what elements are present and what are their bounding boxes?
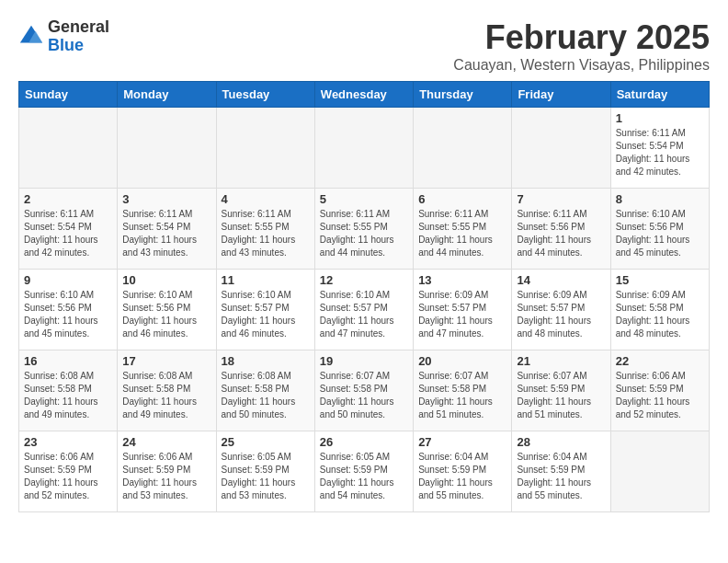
calendar-week-3: 9Sunrise: 6:10 AM Sunset: 5:56 PM Daylig… — [19, 270, 710, 350]
day-number: 10 — [122, 273, 210, 287]
calendar-body: 1Sunrise: 6:11 AM Sunset: 5:54 PM Daylig… — [19, 108, 710, 512]
calendar-cell — [414, 108, 512, 189]
month-year-title: February 2025 — [453, 18, 710, 57]
weekday-header-tuesday: Tuesday — [216, 82, 314, 108]
day-number: 23 — [24, 435, 112, 449]
calendar-cell: 7Sunrise: 6:11 AM Sunset: 5:56 PM Daylig… — [512, 189, 610, 270]
day-info: Sunrise: 6:05 AM Sunset: 5:59 PM Dayligh… — [320, 451, 408, 502]
logo-blue: Blue — [48, 37, 109, 55]
day-info: Sunrise: 6:06 AM Sunset: 5:59 PM Dayligh… — [122, 451, 210, 502]
day-number: 21 — [517, 354, 605, 368]
calendar-cell: 5Sunrise: 6:11 AM Sunset: 5:55 PM Daylig… — [314, 189, 413, 270]
day-info: Sunrise: 6:10 AM Sunset: 5:57 PM Dayligh… — [222, 289, 310, 340]
location-subtitle: Cauayan, Western Visayas, Philippines — [453, 57, 710, 74]
day-info: Sunrise: 6:11 AM Sunset: 5:54 PM Dayligh… — [616, 127, 704, 178]
weekday-header-thursday: Thursday — [414, 82, 512, 108]
calendar-cell — [19, 108, 118, 189]
day-info: Sunrise: 6:04 AM Sunset: 5:59 PM Dayligh… — [517, 451, 605, 502]
calendar-cell: 27Sunrise: 6:04 AM Sunset: 5:59 PM Dayli… — [414, 431, 512, 512]
day-info: Sunrise: 6:10 AM Sunset: 5:56 PM Dayligh… — [616, 208, 704, 259]
calendar-cell: 24Sunrise: 6:06 AM Sunset: 5:59 PM Dayli… — [118, 431, 216, 512]
day-info: Sunrise: 6:06 AM Sunset: 5:59 PM Dayligh… — [616, 370, 704, 421]
page-header: General Blue February 2025 Cauayan, West… — [18, 18, 710, 74]
day-number: 14 — [517, 273, 605, 287]
day-number: 8 — [616, 192, 704, 206]
calendar-cell: 18Sunrise: 6:08 AM Sunset: 5:58 PM Dayli… — [216, 350, 314, 431]
day-number: 28 — [517, 435, 605, 449]
day-number: 13 — [418, 273, 506, 287]
day-number: 4 — [222, 192, 310, 206]
day-info: Sunrise: 6:09 AM Sunset: 5:58 PM Dayligh… — [616, 289, 704, 340]
day-number: 22 — [616, 354, 704, 368]
day-info: Sunrise: 6:10 AM Sunset: 5:57 PM Dayligh… — [320, 289, 408, 340]
title-section: February 2025 Cauayan, Western Visayas, … — [453, 18, 710, 74]
calendar-week-1: 1Sunrise: 6:11 AM Sunset: 5:54 PM Daylig… — [19, 108, 710, 189]
day-info: Sunrise: 6:09 AM Sunset: 5:57 PM Dayligh… — [418, 289, 506, 340]
day-info: Sunrise: 6:11 AM Sunset: 5:54 PM Dayligh… — [24, 208, 112, 259]
calendar-cell: 28Sunrise: 6:04 AM Sunset: 5:59 PM Dayli… — [512, 431, 610, 512]
day-number: 9 — [24, 273, 112, 287]
day-number: 15 — [616, 273, 704, 287]
calendar-cell: 8Sunrise: 6:10 AM Sunset: 5:56 PM Daylig… — [610, 189, 709, 270]
day-number: 19 — [320, 354, 408, 368]
calendar-cell: 23Sunrise: 6:06 AM Sunset: 5:59 PM Dayli… — [19, 431, 118, 512]
day-number: 2 — [24, 192, 112, 206]
calendar-cell: 17Sunrise: 6:08 AM Sunset: 5:58 PM Dayli… — [118, 350, 216, 431]
calendar-cell: 3Sunrise: 6:11 AM Sunset: 5:54 PM Daylig… — [118, 189, 216, 270]
calendar-cell: 14Sunrise: 6:09 AM Sunset: 5:57 PM Dayli… — [512, 270, 610, 350]
day-info: Sunrise: 6:08 AM Sunset: 5:58 PM Dayligh… — [222, 370, 310, 421]
day-number: 1 — [616, 111, 704, 125]
calendar-cell — [216, 108, 314, 189]
day-number: 25 — [222, 435, 310, 449]
day-info: Sunrise: 6:11 AM Sunset: 5:56 PM Dayligh… — [517, 208, 605, 259]
weekday-header-saturday: Saturday — [610, 82, 709, 108]
day-number: 18 — [222, 354, 310, 368]
calendar-cell: 2Sunrise: 6:11 AM Sunset: 5:54 PM Daylig… — [19, 189, 118, 270]
calendar-week-4: 16Sunrise: 6:08 AM Sunset: 5:58 PM Dayli… — [19, 350, 710, 431]
calendar-cell: 1Sunrise: 6:11 AM Sunset: 5:54 PM Daylig… — [610, 108, 709, 189]
calendar-week-2: 2Sunrise: 6:11 AM Sunset: 5:54 PM Daylig… — [19, 189, 710, 270]
calendar-cell: 26Sunrise: 6:05 AM Sunset: 5:59 PM Dayli… — [314, 431, 413, 512]
calendar-cell: 9Sunrise: 6:10 AM Sunset: 5:56 PM Daylig… — [19, 270, 118, 350]
day-info: Sunrise: 6:10 AM Sunset: 5:56 PM Dayligh… — [24, 289, 112, 340]
calendar-cell: 4Sunrise: 6:11 AM Sunset: 5:55 PM Daylig… — [216, 189, 314, 270]
day-number: 7 — [517, 192, 605, 206]
calendar-cell: 15Sunrise: 6:09 AM Sunset: 5:58 PM Dayli… — [610, 270, 709, 350]
calendar-cell: 11Sunrise: 6:10 AM Sunset: 5:57 PM Dayli… — [216, 270, 314, 350]
day-number: 20 — [418, 354, 506, 368]
logo-icon — [18, 24, 44, 50]
day-info: Sunrise: 6:08 AM Sunset: 5:58 PM Dayligh… — [122, 370, 210, 421]
calendar-header: SundayMondayTuesdayWednesdayThursdayFrid… — [19, 82, 710, 108]
day-info: Sunrise: 6:07 AM Sunset: 5:58 PM Dayligh… — [320, 370, 408, 421]
day-info: Sunrise: 6:11 AM Sunset: 5:55 PM Dayligh… — [222, 208, 310, 259]
day-number: 24 — [122, 435, 210, 449]
calendar-cell — [314, 108, 413, 189]
calendar-cell — [512, 108, 610, 189]
day-info: Sunrise: 6:07 AM Sunset: 5:58 PM Dayligh… — [418, 370, 506, 421]
day-number: 16 — [24, 354, 112, 368]
calendar-cell: 16Sunrise: 6:08 AM Sunset: 5:58 PM Dayli… — [19, 350, 118, 431]
day-info: Sunrise: 6:06 AM Sunset: 5:59 PM Dayligh… — [24, 451, 112, 502]
weekday-header-sunday: Sunday — [19, 82, 118, 108]
day-info: Sunrise: 6:11 AM Sunset: 5:55 PM Dayligh… — [320, 208, 408, 259]
calendar-cell: 25Sunrise: 6:05 AM Sunset: 5:59 PM Dayli… — [216, 431, 314, 512]
calendar-cell: 10Sunrise: 6:10 AM Sunset: 5:56 PM Dayli… — [118, 270, 216, 350]
logo-general: General — [48, 18, 109, 37]
day-number: 6 — [418, 192, 506, 206]
day-number: 5 — [320, 192, 408, 206]
calendar-cell: 22Sunrise: 6:06 AM Sunset: 5:59 PM Dayli… — [610, 350, 709, 431]
day-info: Sunrise: 6:11 AM Sunset: 5:55 PM Dayligh… — [418, 208, 506, 259]
calendar-cell: 20Sunrise: 6:07 AM Sunset: 5:58 PM Dayli… — [414, 350, 512, 431]
weekday-header-friday: Friday — [512, 82, 610, 108]
day-number: 3 — [122, 192, 210, 206]
day-info: Sunrise: 6:05 AM Sunset: 5:59 PM Dayligh… — [222, 451, 310, 502]
day-info: Sunrise: 6:07 AM Sunset: 5:59 PM Dayligh… — [517, 370, 605, 421]
calendar-cell: 21Sunrise: 6:07 AM Sunset: 5:59 PM Dayli… — [512, 350, 610, 431]
weekday-header-row: SundayMondayTuesdayWednesdayThursdayFrid… — [19, 82, 710, 108]
calendar-week-5: 23Sunrise: 6:06 AM Sunset: 5:59 PM Dayli… — [19, 431, 710, 512]
day-number: 26 — [320, 435, 408, 449]
day-number: 17 — [122, 354, 210, 368]
calendar-table: SundayMondayTuesdayWednesdayThursdayFrid… — [18, 81, 710, 512]
logo: General Blue — [18, 18, 109, 55]
day-info: Sunrise: 6:10 AM Sunset: 5:56 PM Dayligh… — [122, 289, 210, 340]
